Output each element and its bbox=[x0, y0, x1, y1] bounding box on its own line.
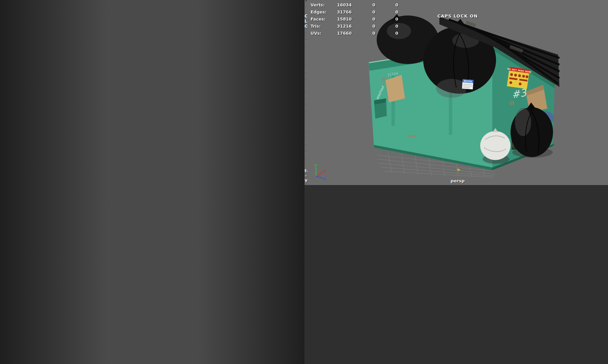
viewport-top: y x z Verts:1603400Edges:3176600Faces:15… bbox=[305, 0, 307, 185]
viewport-persp-canvas[interactable]: NOTICE DO NOT PARK HERE #3 washed 11324 bbox=[307, 0, 608, 185]
viewport-persp: NOTICE DO NOT PARK HERE #3 washed 11324 bbox=[307, 0, 608, 185]
maya-four-view-layout: y x z Verts:1603400Edges:3176600Faces:15… bbox=[0, 0, 608, 364]
viewport-top-canvas[interactable]: y x z bbox=[305, 0, 307, 185]
persp-view-render: NOTICE DO NOT PARK HERE #3 washed 11324 bbox=[307, 0, 608, 185]
top-view-render bbox=[305, 0, 307, 2]
vertical-splitter[interactable] bbox=[0, 0, 305, 364]
